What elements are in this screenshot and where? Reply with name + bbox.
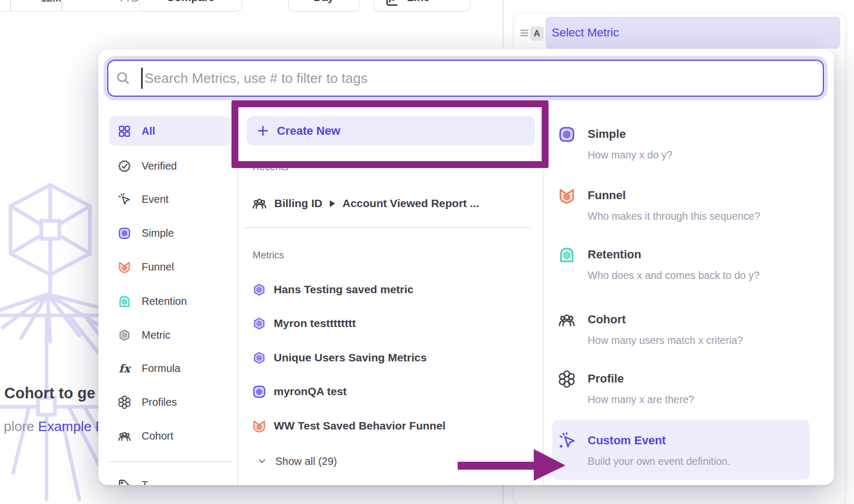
type-title: Cohort <box>588 313 626 326</box>
hexagon-metric-icon <box>252 283 266 297</box>
granularity-day-button[interactable]: Day <box>288 0 359 12</box>
cohort-people-icon <box>252 196 267 211</box>
simple-metric-icon <box>558 126 575 143</box>
annotation-arrow <box>453 448 567 482</box>
select-metric-button[interactable]: Select Metric <box>545 17 840 49</box>
cursor-spark-icon <box>118 193 131 206</box>
type-cohort[interactable]: Cohort How many users match x criteria? <box>552 311 810 364</box>
metric-label: WW Test Saved Behavior Funnel <box>274 419 445 432</box>
metric-label: Unique Users Saving Metrics <box>274 351 426 364</box>
funnel-icon <box>118 260 131 274</box>
retention-icon <box>118 295 131 308</box>
filter-all[interactable]: All <box>109 116 231 146</box>
type-description: How many x are there? <box>588 394 694 406</box>
filter-overflow[interactable]: T <box>109 470 231 485</box>
metric-item[interactable]: Myron testttttttt <box>252 313 356 334</box>
type-description: How many x do y? <box>588 149 672 161</box>
filter-metric[interactable]: Metric <box>109 320 231 350</box>
profiles-flower-icon <box>558 370 575 388</box>
profiles-flower-icon <box>118 396 131 409</box>
filter-label: Verified <box>142 160 177 172</box>
filter-label: Profiles <box>142 396 177 408</box>
chart-type-line-button[interactable]: Line <box>374 0 470 12</box>
range-12m-button[interactable]: 12M <box>41 0 61 4</box>
drag-handle-icon[interactable] <box>521 30 528 36</box>
metric-label: myronQA test <box>274 385 347 398</box>
tag-icon <box>118 479 131 486</box>
segment-divider <box>10 0 11 11</box>
type-title: Custom Event <box>588 434 666 447</box>
filter-label: Retention <box>142 295 187 307</box>
metric-label: Myron testttttttt <box>274 317 356 330</box>
select-metric-label: Select Metric <box>552 26 619 40</box>
section-divider <box>245 227 531 228</box>
metric-item[interactable]: Unique Users Saving Metrics <box>252 347 426 368</box>
wireframe-illustration <box>0 177 106 504</box>
filter-label: Formula <box>142 362 180 375</box>
show-all-label: Show all (29) <box>275 455 337 468</box>
caret-right-icon <box>330 200 335 207</box>
cohort-people-icon <box>558 311 575 329</box>
type-description: How many users match x criteria? <box>588 334 743 347</box>
line-label: Line <box>407 0 430 4</box>
hexagon-metric-icon <box>252 351 266 365</box>
filter-label: Cohort <box>142 430 173 442</box>
sidebar-divider <box>109 461 232 462</box>
type-profile[interactable]: Profile How many x are there? <box>552 370 810 423</box>
chevron-down-icon <box>257 456 267 466</box>
annotation-rectangle <box>231 100 549 168</box>
formula-fx-icon: fx <box>118 362 131 375</box>
filter-label: All <box>142 125 155 137</box>
filter-label: Funnel <box>142 261 174 273</box>
filter-verified[interactable]: Verified <box>109 151 231 181</box>
headline-fragment: Cohort to ge <box>4 385 95 402</box>
simple-metric-icon <box>252 385 266 399</box>
type-custom-event[interactable]: Custom Event Build your own event defini… <box>552 432 810 485</box>
filter-event[interactable]: Event <box>109 184 231 214</box>
grid-icon <box>118 125 131 138</box>
type-description: Build your own event definition. <box>588 455 730 468</box>
verified-seal-icon <box>118 160 131 173</box>
cohort-people-icon <box>118 430 131 443</box>
recent-item-billing[interactable]: Billing ID Account Viewed Report ... <box>252 193 479 214</box>
compare-label: Compare <box>166 0 215 4</box>
metric-item[interactable]: myronQA test <box>252 381 347 402</box>
series-a-label: A <box>534 29 540 39</box>
series-a-badge: A <box>530 26 544 41</box>
filter-funnel[interactable]: Funnel <box>109 252 231 282</box>
type-description: Who makes it through this sequence? <box>588 210 760 222</box>
type-title: Funnel <box>588 189 626 202</box>
filter-label: Event <box>142 193 169 206</box>
filter-formula[interactable]: fx Formula <box>109 353 231 383</box>
filter-simple[interactable]: Simple <box>109 218 231 248</box>
retention-icon <box>558 246 575 264</box>
filter-label: Simple <box>142 227 174 239</box>
search-placeholder: Search Metrics, use # to filter to tags <box>145 70 368 87</box>
day-label: Day <box>313 0 334 4</box>
show-all-button[interactable]: Show all (29) <box>257 451 337 472</box>
filter-label: T <box>142 479 148 486</box>
example-link[interactable]: Example R <box>38 418 105 434</box>
metric-item[interactable]: Hans Testing saved metric <box>252 279 414 300</box>
type-retention[interactable]: Retention Who does x and comes back to d… <box>552 246 810 299</box>
funnel-icon <box>558 187 575 204</box>
filter-retention[interactable]: Retention <box>109 286 231 316</box>
explore-fragment: plore <box>4 418 38 434</box>
filter-profiles[interactable]: Profiles <box>109 387 231 417</box>
recent-event-label: Account Viewed Report ... <box>342 197 479 210</box>
hexagon-metric-icon <box>118 329 131 342</box>
filter-cohort[interactable]: Cohort <box>109 421 231 451</box>
range-ytd-label: YTD <box>118 0 139 4</box>
filter-label: Metric <box>142 329 170 341</box>
funnel-icon <box>252 419 266 433</box>
search-icon <box>116 71 131 86</box>
type-description: Who does x and comes back to do y? <box>588 269 759 282</box>
type-funnel[interactable]: Funnel Who makes it through this sequenc… <box>552 187 810 240</box>
line-chart-icon <box>385 0 398 8</box>
search-input[interactable]: Search Metrics, use # to filter to tags <box>107 60 824 97</box>
simple-metric-icon <box>118 227 131 240</box>
compare-button[interactable]: Compare <box>139 0 242 12</box>
metric-item[interactable]: WW Test Saved Behavior Funnel <box>252 415 445 436</box>
type-title: Retention <box>588 248 641 262</box>
type-simple[interactable]: Simple How many x do y? <box>552 126 810 179</box>
